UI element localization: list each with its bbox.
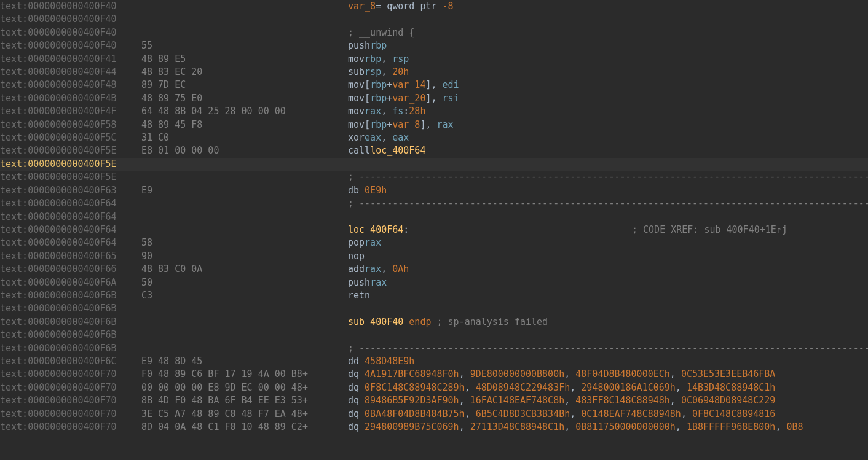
disasm-line[interactable]: text:0000000000400F58 48 89 45 F8mov[rbp…	[0, 119, 868, 131]
operand: ,	[381, 106, 392, 117]
address: text:0000000000400F70	[0, 421, 141, 434]
mnemonic: push	[348, 40, 370, 51]
token: 458D48E9h	[365, 356, 414, 367]
disasm-line[interactable]: text:0000000000400F6C E9 48 8D 45dd 458D…	[0, 355, 868, 368]
hex-bytes: 48 89 E5	[141, 53, 348, 66]
disasm-line[interactable]: text:0000000000400F5E E8 01 00 00 00call…	[0, 144, 868, 157]
operand: rbp	[370, 93, 387, 104]
operand: :	[403, 106, 409, 117]
data-qword: 48F04D8B480000ECh	[575, 368, 670, 380]
instruction-area: dq 89486B5F92D3AF90h, 16FAC148EAF748C8h,…	[348, 394, 775, 407]
token: ; sp-analysis failed	[437, 316, 548, 327]
hex-bytes	[141, 342, 348, 355]
address: text:0000000000400F4F	[0, 105, 141, 118]
address: text:0000000000400F70	[0, 408, 141, 421]
operand: rsp	[365, 66, 381, 77]
address: text:0000000000400F63	[0, 184, 141, 197]
instruction-area: dq 0BA48F04D8B484B75h, 6B5C4D8D3CB3B34Bh…	[348, 408, 775, 421]
disasm-line[interactable]: text:0000000000400F63 E9db 0E9h	[0, 184, 868, 197]
data-qword: 0B811750000000000h	[575, 421, 676, 432]
data-qword: 1B8FFFFF968E800h	[687, 421, 776, 432]
disasm-line[interactable]: text:0000000000400F48 89 7D ECmov[rbp+va…	[0, 79, 868, 92]
disasm-line[interactable]: text:0000000000400F5E	[0, 158, 868, 171]
comment-marker: ;	[348, 171, 359, 182]
disasm-line[interactable]: text:0000000000400F6B	[0, 329, 868, 341]
operand: [	[365, 93, 370, 104]
hex-bytes	[141, 26, 348, 39]
instruction-area: subrsp, 20h	[348, 66, 409, 79]
mnemonic: xor	[348, 132, 365, 143]
data-qword: 294800989B75C069h	[365, 421, 459, 432]
disasm-line[interactable]: text:0000000000400F4F 64 48 8B 04 25 28 …	[0, 105, 868, 118]
token: db	[348, 185, 365, 196]
mnemonic: mov	[348, 106, 365, 117]
data-qword: 483FF8C148C88948h	[575, 395, 670, 406]
instruction-area: mov[rbp+var_8], rax	[348, 119, 454, 131]
instruction-area: mov[rbp+var_14], edi	[348, 79, 459, 92]
instruction-area: ; --------------------------------------…	[348, 342, 868, 355]
hex-bytes: 8D 04 0A 48 C1 F8 10 48 89 C2+	[141, 421, 348, 434]
disasm-line[interactable]: text:0000000000400F65 90nop	[0, 250, 868, 263]
hex-bytes: 48 83 C0 0A	[141, 263, 348, 276]
disasm-line[interactable]: text:0000000000400F5C 31 C0xoreax, eax	[0, 131, 868, 144]
disasm-line[interactable]: text:0000000000400F64 loc_400F64:; CODE …	[0, 224, 868, 236]
token: :	[403, 224, 409, 235]
disasm-line[interactable]: text:0000000000400F6B	[0, 302, 868, 315]
instruction-area: dq 0F8C148C88948C289h, 48D08948C229483Fh…	[348, 381, 775, 394]
data-qword: 6B5C4D8D3CB3B34Bh	[476, 408, 570, 419]
disasm-line[interactable]: text:0000000000400F64 ; ----------------…	[0, 197, 868, 210]
disasm-line[interactable]: text:0000000000400F6B sub_400F40 endp ; …	[0, 316, 868, 329]
hex-bytes: 50	[141, 276, 348, 289]
disasm-line[interactable]: text:0000000000400F66 48 83 C0 0Aaddrax,…	[0, 263, 868, 276]
disasm-line[interactable]: text:0000000000400F64	[0, 211, 868, 224]
address: text:0000000000400F65	[0, 250, 141, 263]
disasm-line[interactable]: text:0000000000400F6B C3retn	[0, 289, 868, 302]
disassembly-view[interactable]: text:0000000000400F40 var_8= qword ptr -…	[0, 0, 868, 460]
address: text:0000000000400F66	[0, 263, 141, 276]
disasm-line[interactable]: text:0000000000400F4B 48 89 75 E0mov[rbp…	[0, 92, 868, 105]
mnemonic: nop	[348, 251, 365, 262]
disasm-line[interactable]: text:0000000000400F40 55pushrbp	[0, 39, 868, 52]
disasm-line[interactable]: text:0000000000400F44 48 83 EC 20subrsp,…	[0, 66, 868, 79]
address: text:0000000000400F70	[0, 368, 141, 381]
mnemonic: pop	[348, 237, 365, 248]
address: text:0000000000400F64	[0, 211, 141, 224]
token: endp	[409, 316, 431, 327]
data-qword: 0F8C148C88948C289h	[365, 382, 465, 393]
data-qword: 0C148EAF748C88948h	[581, 408, 681, 419]
instruction-area: mov[rbp+var_20], rsi	[348, 92, 459, 105]
separator-dashes: ----------------------------------------…	[359, 198, 868, 209]
instruction-area: loc_400F64:	[348, 224, 409, 236]
address: text:0000000000400F40	[0, 0, 141, 13]
token: =	[376, 1, 387, 12]
operand: rax	[365, 237, 381, 248]
mnemonic: mov	[348, 79, 365, 90]
disasm-line[interactable]: text:0000000000400F70 3E C5 A7 48 89 C8 …	[0, 408, 868, 421]
disasm-line[interactable]: text:0000000000400F6B ; ----------------…	[0, 342, 868, 355]
hex-bytes: 48 83 EC 20	[141, 66, 348, 79]
disasm-line[interactable]: text:0000000000400F70 8B 4D F0 48 BA 6F …	[0, 394, 868, 407]
address: text:0000000000400F4B	[0, 92, 141, 105]
disasm-line[interactable]: text:0000000000400F70 F0 48 89 C6 BF 17 …	[0, 368, 868, 381]
disasm-line[interactable]: text:0000000000400F70 8D 04 0A 48 C1 F8 …	[0, 421, 868, 434]
disasm-line[interactable]: text:0000000000400F41 48 89 E5movrbp, rs…	[0, 53, 868, 66]
disasm-line[interactable]: text:0000000000400F5E ; ----------------…	[0, 171, 868, 184]
token	[431, 316, 436, 327]
address: text:0000000000400F70	[0, 381, 141, 394]
mnemonic: retn	[348, 290, 370, 301]
disasm-line[interactable]: text:0000000000400F40 var_8= qword ptr -…	[0, 0, 868, 13]
address: text:0000000000400F6B	[0, 316, 141, 329]
address: text:0000000000400F41	[0, 53, 141, 66]
data-qword: 0BA48F04D8B484B75h	[365, 408, 465, 419]
mnemonic: mov	[348, 93, 365, 104]
hex-bytes	[141, 302, 348, 315]
hex-bytes	[141, 158, 348, 171]
address: text:0000000000400F58	[0, 119, 141, 131]
disasm-line[interactable]: text:0000000000400F6A 50pushrax	[0, 276, 868, 289]
disasm-line[interactable]: text:0000000000400F70 00 00 00 00 E8 9D …	[0, 381, 868, 394]
disasm-line[interactable]: text:0000000000400F64 58poprax	[0, 236, 868, 249]
instruction-area: addrax, 0Ah	[348, 263, 409, 276]
disasm-line[interactable]: text:0000000000400F40	[0, 13, 868, 26]
disasm-line[interactable]: text:0000000000400F40 ; __unwind {	[0, 26, 868, 39]
data-qword: 89486B5F92D3AF90h	[365, 395, 459, 406]
